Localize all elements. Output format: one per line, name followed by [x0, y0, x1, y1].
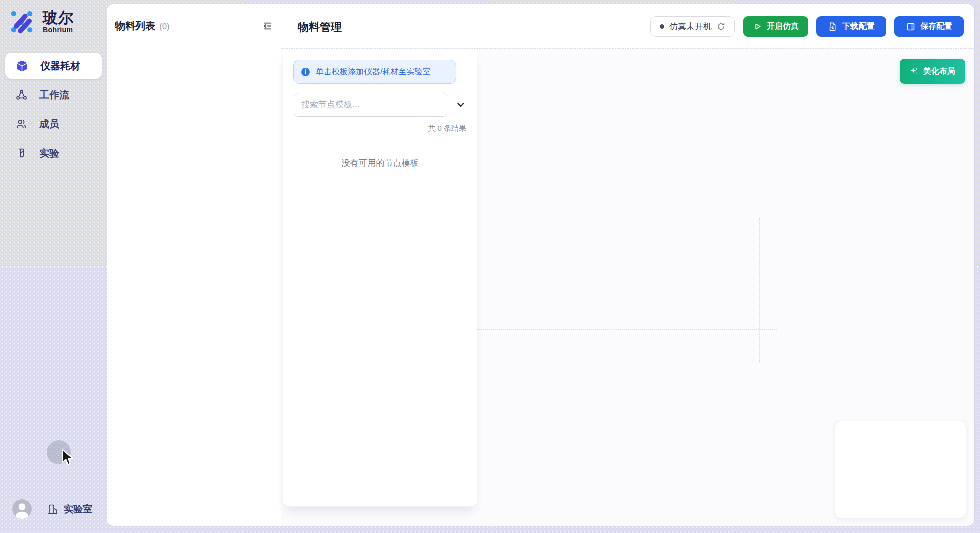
bohrium-logo-icon: [9, 9, 34, 34]
materials-list-panel: 物料列表 (0): [107, 4, 281, 526]
start-simulation-button[interactable]: 开启仿真: [743, 16, 808, 37]
canvas-guide-vertical: [759, 218, 760, 362]
save-config-button[interactable]: 保存配置: [894, 16, 964, 37]
play-icon: [753, 22, 762, 31]
collapse-panel-button[interactable]: [261, 20, 274, 33]
empty-templates-message: 没有可用的节点模板: [283, 157, 477, 169]
sidebar-item-members[interactable]: 成员: [5, 111, 102, 137]
sidebar-item-label: 仪器耗材: [40, 59, 80, 73]
expand-filters-button[interactable]: [454, 98, 467, 111]
download-config-button[interactable]: 下载配置: [816, 16, 886, 37]
status-dot-icon: [660, 24, 664, 29]
workflow-icon: [16, 89, 27, 101]
members-icon: [16, 118, 27, 130]
template-search-row: [294, 93, 467, 117]
brand-logo: 玻尔 Bohrium: [9, 9, 74, 34]
brand-name: 玻尔: [43, 10, 74, 26]
page-header: 物料管理 仿真未开机 开启仿真: [281, 4, 974, 49]
node-template-palette: 单击模板添加仪器/耗材至实验室 共 0 条结果 没有可用的节点模板: [283, 49, 477, 507]
beautify-layout-label: 美化布局: [923, 66, 955, 77]
sidebar-item-workflow[interactable]: 工作流: [5, 82, 102, 108]
refresh-icon[interactable]: [717, 22, 725, 31]
layout-canvas[interactable]: 单击模板添加仪器/耗材至实验室 共 0 条结果 没有可用的节点模板 美化布局: [281, 49, 974, 526]
download-config-label: 下载配置: [842, 21, 875, 32]
brand-subname: Bohrium: [43, 26, 74, 34]
simulation-status-pill[interactable]: 仿真未开机: [650, 16, 735, 37]
simulation-status-label: 仿真未开机: [669, 21, 712, 32]
header-actions: 仿真未开机 开启仿真 下载配置: [650, 16, 964, 37]
avatar[interactable]: [12, 499, 32, 519]
info-banner-text: 单击模板添加仪器/耗材至实验室: [316, 67, 430, 77]
cube-icon: [16, 60, 28, 72]
canvas-minimap[interactable]: [835, 421, 966, 518]
app-content-card: 物料列表 (0) 物料管理 仿真未开机: [107, 4, 974, 526]
page-title: 物料管理: [298, 20, 342, 35]
start-simulation-label: 开启仿真: [767, 21, 799, 32]
sidebar-item-instruments[interactable]: 仪器耗材: [5, 53, 102, 79]
template-search-input[interactable]: [294, 93, 447, 117]
chevron-down-icon: [456, 100, 466, 110]
lab-switcher[interactable]: 实验室: [47, 503, 92, 516]
sidebar-item-label: 实验: [39, 147, 59, 160]
collapse-panel-icon: [263, 21, 272, 31]
mouse-cursor: [60, 449, 74, 469]
lab-label: 实验室: [64, 503, 92, 516]
save-config-label: 保存配置: [920, 21, 952, 32]
info-banner: 单击模板添加仪器/耗材至实验室: [293, 60, 456, 84]
results-count: 共 0 条结果: [428, 124, 466, 134]
beautify-layout-button[interactable]: 美化布局: [900, 59, 965, 84]
save-icon: [906, 22, 916, 32]
materials-panel-title: 物料列表: [115, 19, 155, 33]
sidebar-item-label: 成员: [39, 117, 59, 131]
sidebar-item-experiment[interactable]: 实验: [5, 140, 102, 166]
lab-building-icon: [47, 503, 59, 515]
sparkles-icon: [910, 67, 919, 76]
sidebar: 玻尔 Bohrium 仪器耗材 工作流 成员: [0, 0, 107, 533]
materials-panel-header: 物料列表 (0): [107, 4, 281, 33]
materials-count-badge: (0): [159, 22, 170, 32]
cursor-arrow-icon: [60, 449, 74, 467]
sidebar-footer: 实验室: [12, 499, 92, 519]
sidebar-item-label: 工作流: [39, 88, 69, 102]
info-icon: [301, 67, 310, 77]
avatar-person-icon: [12, 499, 32, 519]
canvas-guide-horizontal: [477, 329, 777, 330]
sidebar-nav: 仪器耗材 工作流 成员 实验: [0, 53, 107, 169]
experiment-icon: [16, 148, 27, 159]
download-file-icon: [828, 22, 838, 32]
